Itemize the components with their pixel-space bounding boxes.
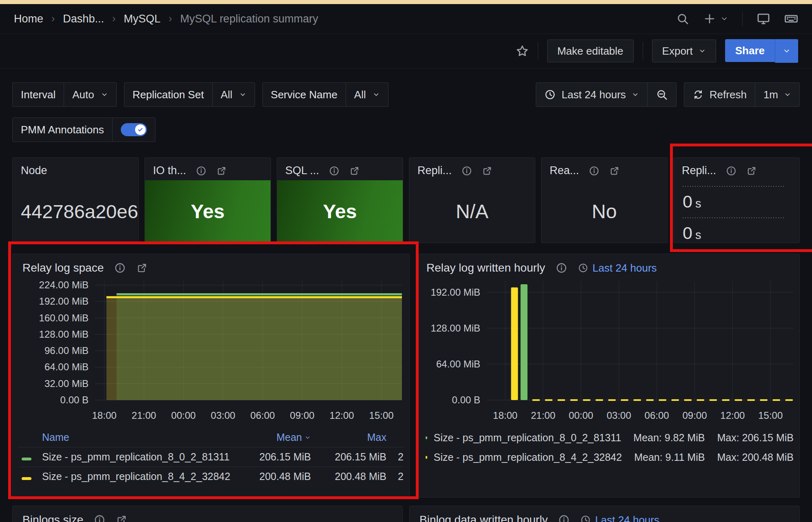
monitor-icon[interactable]	[757, 12, 770, 26]
series-name[interactable]: Size - ps_pmm_replication_8_4_2_32842	[434, 451, 622, 463]
refresh-button[interactable]: Refresh	[684, 83, 755, 106]
series-max: 200.48 MiB	[311, 471, 386, 482]
share-button[interactable]: Share	[725, 39, 775, 62]
panel-time-range-link[interactable]: Last 24 hours	[578, 262, 657, 274]
pmm-annotations-control: PMM Annotations	[12, 117, 155, 142]
bottom-row: Binlogs size Binlog data written hourly …	[12, 506, 800, 522]
info-icon[interactable]	[329, 166, 339, 176]
external-link-icon[interactable]	[482, 166, 493, 176]
info-icon[interactable]	[558, 514, 570, 522]
keyboard-icon[interactable]	[784, 12, 798, 26]
panel-title: Binlogs size	[22, 513, 83, 522]
external-link-icon[interactable]	[136, 262, 148, 274]
plus-icon[interactable]	[703, 12, 716, 25]
svg-text:96.00 MiB: 96.00 MiB	[44, 345, 89, 356]
chevron-down-icon	[699, 47, 706, 55]
panel-title: Relay log space	[22, 261, 104, 274]
stat-panel-body: N/A	[409, 180, 535, 243]
refresh-interval-select[interactable]: 1m	[755, 83, 799, 106]
breadcrumb-item-dashb[interactable]: Dashb...	[63, 13, 104, 25]
svg-text:00:00: 00:00	[171, 410, 196, 421]
series-swatch[interactable]	[22, 458, 31, 460]
refresh-group: Refresh 1m	[684, 82, 800, 107]
export-label: Export	[662, 45, 693, 58]
variable-label: Service Name	[263, 83, 346, 106]
info-icon[interactable]	[196, 166, 206, 176]
relay-log-space-legend: NameMeanMaxSize - ps_pmm_replication_8_0…	[18, 428, 404, 486]
series-swatch[interactable]	[22, 477, 31, 480]
time-controls: Last 24 hours Refresh 1m	[536, 82, 800, 107]
external-link-icon[interactable]	[216, 166, 227, 176]
add-menu[interactable]	[703, 12, 728, 25]
time-range-picker[interactable]: Last 24 hours	[536, 83, 647, 106]
svg-text:18:00: 18:00	[493, 410, 517, 421]
legend-header-max[interactable]: Max	[311, 431, 386, 443]
stat-value: No	[592, 200, 617, 223]
series-name[interactable]: Size - ps_pmm_replication_8_0_2_81311	[434, 432, 621, 444]
breadcrumb-separator: ›	[51, 13, 55, 24]
stat-panel-body: Yes	[277, 180, 403, 243]
series-swatch[interactable]	[426, 456, 427, 459]
variable-value-dropdown[interactable]: All	[346, 83, 388, 106]
info-icon[interactable]	[726, 166, 737, 176]
series-name[interactable]: Size - ps_pmm_replication_8_4_2_32842	[42, 471, 235, 482]
variable-value-dropdown[interactable]: All	[212, 83, 255, 106]
breadcrumb-item-home[interactable]: Home	[14, 13, 43, 25]
svg-text:06:00: 06:00	[645, 410, 669, 421]
info-icon[interactable]	[94, 514, 105, 522]
search-icon[interactable]	[676, 12, 689, 25]
external-link-icon[interactable]	[609, 166, 620, 176]
stat-panel-4-rea: Rea...No	[541, 157, 668, 243]
star-icon[interactable]	[516, 44, 529, 58]
info-icon[interactable]	[589, 166, 599, 176]
stat-panel-title: SQL ...	[285, 164, 319, 177]
external-link-icon[interactable]	[746, 166, 757, 176]
chevron-down-icon	[632, 91, 639, 98]
variable-value-dropdown[interactable]: Auto	[64, 83, 116, 106]
info-icon[interactable]	[556, 262, 567, 274]
chevron-down-icon	[373, 91, 380, 98]
divider	[538, 42, 538, 60]
stat-value: 442786a20e65	[13, 200, 138, 223]
svg-text:0.00 B: 0.00 B	[60, 394, 89, 405]
share-menu-caret[interactable]	[775, 39, 798, 63]
panel-time-range-label: Last 24 hours	[592, 262, 657, 274]
toggle-switch[interactable]	[121, 123, 147, 136]
stat-panel-title: IO th...	[153, 164, 186, 177]
export-button[interactable]: Export	[652, 40, 716, 62]
svg-text:00:00: 00:00	[569, 410, 593, 421]
external-link-icon[interactable]	[116, 514, 127, 522]
legend-header-name[interactable]: Name	[42, 431, 235, 443]
series-swatch[interactable]	[426, 436, 427, 439]
svg-text:15:00: 15:00	[369, 410, 394, 421]
stat-value: N/A	[456, 200, 488, 223]
breadcrumb-separator: ›	[169, 13, 172, 24]
panel-time-range-link[interactable]: Last 24 hours	[580, 514, 659, 522]
breadcrumb: Home›Dashb...›MySQL›MySQL replication su…	[14, 13, 318, 25]
stat-sub-row: 0s	[674, 180, 799, 212]
chevron-down-icon	[783, 47, 791, 55]
series-name[interactable]: Size - ps_pmm_replication_8_0_2_81311	[42, 451, 235, 463]
charts-row: Relay log space 224.00 MiB192.00 MiB160.…	[12, 254, 800, 498]
refresh-icon	[692, 89, 704, 100]
breadcrumb-separator: ›	[112, 13, 115, 24]
legend-header-mean[interactable]: Mean	[235, 431, 311, 443]
series-mean: 200.48 MiB	[235, 471, 311, 482]
panel-header: Relay log written hourly Last 24 hours	[417, 254, 799, 278]
variable-value: All	[354, 88, 366, 101]
breadcrumb-item-mysql[interactable]: MySQL	[124, 13, 160, 25]
stat-panel-body: 0s0s	[674, 180, 799, 243]
make-editable-button[interactable]: Make editable	[547, 40, 634, 62]
zoom-out-button[interactable]	[647, 83, 676, 106]
pmm-annotations-toggle[interactable]	[112, 118, 155, 142]
relay-log-written-chart: 192.00 MiB128.00 MiB64.00 MiB0.00 B18:00…	[422, 278, 795, 427]
svg-text:64.00 MiB: 64.00 MiB	[436, 358, 480, 369]
chevron-down-icon	[784, 91, 791, 98]
series-clipped-value: 2	[386, 451, 404, 463]
panel-relay-log-written-hourly: Relay log written hourly Last 24 hours 1…	[416, 254, 800, 498]
series-mean: 206.15 MiB	[235, 451, 311, 463]
info-icon[interactable]	[461, 166, 472, 176]
stat-value: 0s	[683, 223, 790, 243]
info-icon[interactable]	[114, 262, 126, 274]
external-link-icon[interactable]	[349, 166, 360, 176]
